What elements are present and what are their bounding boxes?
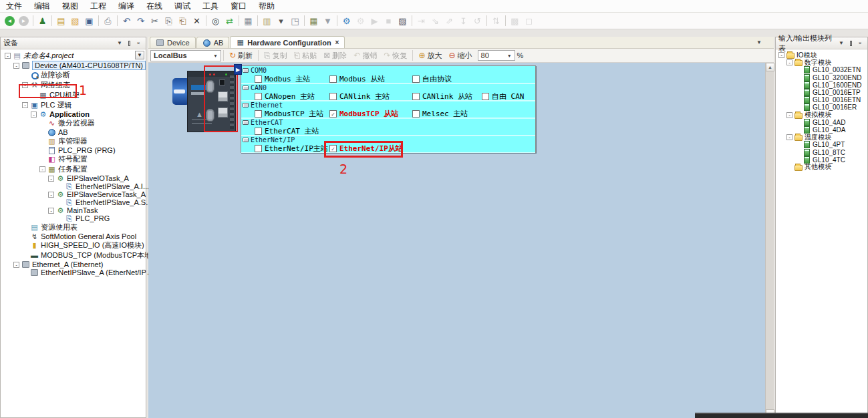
tree-item[interactable]: -⚙MainTask	[1, 206, 146, 214]
tree-item-label[interactable]: EtherNetIPSlave_A.S...	[76, 198, 152, 206]
pin-icon[interactable]	[846, 39, 855, 47]
tab-hardware-configuration[interactable]: ▦Hardware Configuration×	[230, 36, 345, 48]
tree-item[interactable]: -Ethernet_A (Ethernet)	[1, 260, 146, 268]
zoom-in-button[interactable]: ⊕放大	[415, 49, 445, 61]
tree-expander-icon[interactable]: -	[786, 112, 792, 118]
hardware-config-canvas[interactable]: ▲ ▶ COM0Modbus 主站Modbus 从站自由协议CAN0CANope…	[148, 63, 774, 418]
tree-item-label[interactable]: PLC 逻辑	[41, 100, 71, 110]
tree-expander-icon[interactable]: -	[778, 52, 784, 58]
panel-dropdown-icon[interactable]: ▼	[837, 39, 846, 47]
tree-item[interactable]: -⚙Application	[1, 110, 146, 118]
tree-item-label[interactable]: 微分监视器	[58, 118, 95, 128]
tree-expander-icon[interactable]: -	[48, 176, 54, 182]
protocol-option[interactable]: EtherNet/IP主站	[255, 144, 328, 154]
tree-item-label[interactable]: GL10_3200END	[813, 74, 861, 81]
checkbox-unchecked-icon[interactable]	[412, 110, 420, 118]
tab-overflow-icon[interactable]: ▼	[756, 39, 762, 45]
close-icon[interactable]: ×	[335, 39, 339, 46]
tree-item-label[interactable]: Device (AM401-CPU1608TP/TN)	[32, 61, 146, 70]
protocol-option[interactable]: ✓ModbusTCP 从站	[329, 109, 398, 119]
menu-item[interactable]: 窗口	[225, 0, 253, 13]
tree-item[interactable]: ↯SoftMotion General Axis Pool	[1, 232, 146, 240]
menu-item[interactable]: 帮助	[253, 0, 281, 13]
undo-icon[interactable]: ↶	[120, 15, 134, 27]
tab-device[interactable]: Device	[150, 37, 196, 48]
tree-expander-icon[interactable]: -	[13, 262, 19, 268]
tree-item-label[interactable]: MainTask	[67, 206, 98, 214]
tree-item[interactable]: -▣PLC 逻辑	[1, 100, 146, 110]
checkbox-unchecked-icon[interactable]	[482, 93, 489, 100]
tree-item[interactable]: 故障诊断	[1, 70, 146, 80]
tree-item[interactable]: ∿微分监视器	[1, 118, 146, 128]
tree-item-label[interactable]: EIPSlaveIOTask_A	[67, 174, 129, 182]
generate-code-icon[interactable]: ◳	[288, 15, 302, 27]
tree-item-label[interactable]: GL10_0016ETN	[813, 96, 861, 103]
find-icon[interactable]: ◎	[208, 15, 223, 27]
new-file-icon[interactable]: ▤	[54, 15, 68, 27]
scroll-up-icon[interactable]: ▲	[766, 63, 774, 71]
tree-expander-icon[interactable]: -	[786, 59, 792, 65]
close-icon[interactable]: ×	[855, 39, 865, 47]
tree-item[interactable]: GL10_0032ETN	[776, 66, 867, 73]
menu-item[interactable]: 调试	[168, 0, 196, 13]
tree-item-label[interactable]: GL10_4AD	[813, 119, 845, 126]
close-icon[interactable]: ×	[134, 39, 143, 47]
tree-item[interactable]: GL10_8TC	[776, 148, 867, 156]
checkbox-checked-icon[interactable]: ✓	[329, 110, 337, 118]
tree-item[interactable]: ◧符号配置	[1, 154, 146, 164]
save-icon[interactable]: ▣	[82, 15, 96, 27]
checkbox-unchecked-icon[interactable]	[255, 145, 262, 152]
vertical-scrollbar[interactable]: ▲ ▼	[765, 63, 774, 418]
tree-expander-icon[interactable]: -	[31, 112, 37, 118]
checkbox-unchecked-icon[interactable]	[255, 110, 262, 118]
tree-item[interactable]: -▦任务配置	[1, 164, 146, 174]
menu-item[interactable]: 在线	[140, 0, 168, 13]
protocol-option[interactable]: CANlink 从站	[412, 91, 472, 101]
tree-item-label[interactable]: PLC_PRG	[76, 214, 110, 222]
protocol-option[interactable]: Modbus 主站	[255, 74, 310, 84]
bus-selector[interactable]: LocalBus ▼	[150, 50, 221, 61]
panel-dropdown-icon[interactable]: ▼	[115, 39, 124, 47]
login-gear-icon[interactable]: ⚙	[339, 15, 353, 27]
tree-item[interactable]: GL10_3200END	[776, 74, 867, 81]
menu-item[interactable]: 编译	[112, 0, 140, 13]
tree-item-label[interactable]: 符号配置	[58, 154, 88, 164]
checkbox-unchecked-icon[interactable]	[255, 128, 262, 135]
tree-item[interactable]: ▥库管理器	[1, 136, 146, 146]
checkbox-unchecked-icon[interactable]	[329, 93, 337, 100]
tree-item[interactable]: ▤资源使用表	[1, 222, 146, 232]
tree-item-label[interactable]: EtherNetIPSlave_A.I...	[76, 182, 149, 190]
bus-link-arrow-icon[interactable]: ▶	[234, 64, 242, 75]
zoom-out-button[interactable]: ⊖缩小	[446, 49, 476, 61]
tree-item[interactable]: ⎘EtherNetIPSlave_A.S...	[1, 198, 146, 206]
tree-item[interactable]: ▬MODBUS_TCP (ModbusTCP本地从站)	[1, 250, 146, 260]
tree-item[interactable]: ⎘PLC_PRG	[1, 214, 146, 222]
tree-item[interactable]: GL10_0016ETN	[776, 96, 867, 103]
protocol-option[interactable]: 自由协议	[412, 74, 452, 84]
breakpoint-icon[interactable]: ▨	[396, 15, 410, 27]
protocol-option[interactable]: Melsec 主站	[412, 109, 468, 119]
checkbox-unchecked-icon[interactable]	[329, 75, 337, 83]
tree-item-label[interactable]: GL10_0016ETP	[813, 89, 861, 96]
protocol-option[interactable]: CANopen 主站	[255, 91, 315, 101]
forward-icon[interactable]: ►	[19, 16, 29, 26]
checkbox-unchecked-icon[interactable]	[255, 93, 262, 100]
paste-icon[interactable]: ⎗	[176, 15, 190, 27]
tree-item-label[interactable]: GL10_0032ETN	[813, 66, 861, 73]
snapshot-icon[interactable]: ▦	[241, 15, 255, 27]
download-icon[interactable]: ▼	[321, 15, 335, 27]
tree-item-label[interactable]: EtherNetIPSlave_A (EtherNet/IP A...	[41, 268, 159, 276]
tree-item[interactable]: -Device (AM401-CPU1608TP/TN)	[1, 61, 146, 70]
compile-icon[interactable]: ▥	[260, 15, 274, 27]
menu-item[interactable]: 工具	[196, 0, 225, 13]
tree-item[interactable]: GL10_1600END	[776, 81, 867, 89]
delete-icon[interactable]: ✕	[190, 15, 204, 27]
tree-item-label[interactable]: Ethernet_A (Ethernet)	[32, 260, 103, 268]
checkbox-unchecked-icon[interactable]	[412, 93, 420, 100]
tree-item-label[interactable]: 资源使用表	[41, 222, 78, 232]
checkbox-unchecked-icon[interactable]	[412, 75, 420, 83]
checkbox-unchecked-icon[interactable]	[255, 75, 262, 83]
tree-item-label[interactable]: GL10_8TC	[813, 149, 845, 156]
tree-item[interactable]: ⎘EtherNetIPSlave_A.I...	[1, 182, 146, 190]
build-icon[interactable]: ▦	[307, 15, 321, 27]
